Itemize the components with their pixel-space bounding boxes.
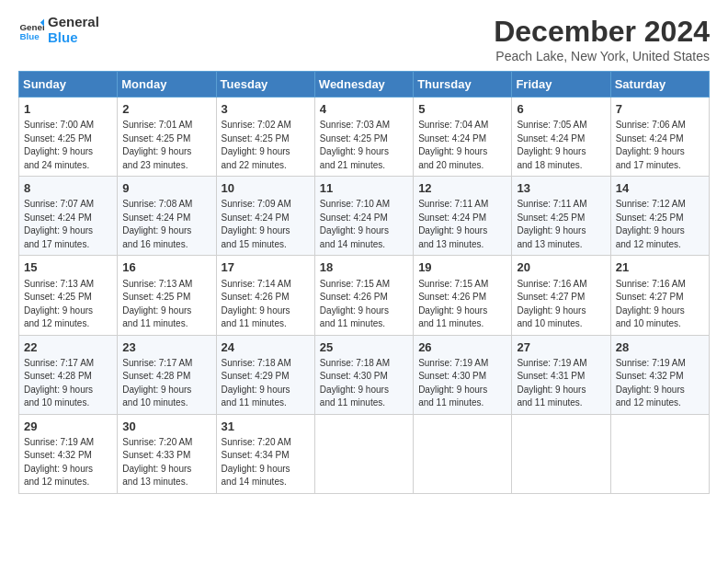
day-info: Sunrise: 7:19 AMSunset: 4:32 PMDaylight:…: [24, 436, 112, 489]
cell-4-7: 28Sunrise: 7:19 AMSunset: 4:32 PMDayligh…: [610, 335, 709, 414]
day-number: 18: [320, 259, 408, 276]
cell-2-7: 14Sunrise: 7:12 AMSunset: 4:25 PMDayligh…: [610, 177, 709, 256]
cell-4-3: 24Sunrise: 7:18 AMSunset: 4:29 PMDayligh…: [216, 335, 314, 414]
cell-5-6: [512, 414, 610, 493]
logo-icon: General Blue: [18, 17, 44, 43]
day-info: Sunrise: 7:16 AMSunset: 4:27 PMDaylight:…: [616, 278, 704, 331]
cell-5-5: [414, 414, 512, 493]
day-number: 27: [517, 339, 605, 356]
cell-3-7: 21Sunrise: 7:16 AMSunset: 4:27 PMDayligh…: [610, 256, 709, 335]
day-number: 31: [222, 419, 310, 435]
day-info: Sunrise: 7:18 AMSunset: 4:29 PMDaylight:…: [222, 357, 310, 410]
cell-2-1: 8Sunrise: 7:07 AMSunset: 4:24 PMDaylight…: [19, 177, 118, 256]
day-info: Sunrise: 7:19 AMSunset: 4:31 PMDaylight:…: [517, 357, 605, 410]
day-info: Sunrise: 7:11 AMSunset: 4:24 PMDaylight:…: [418, 198, 506, 251]
cell-5-7: [610, 414, 709, 493]
day-info: Sunrise: 7:17 AMSunset: 4:28 PMDaylight:…: [24, 357, 112, 410]
week-row-2: 8Sunrise: 7:07 AMSunset: 4:24 PMDaylight…: [19, 177, 710, 256]
day-number: 17: [222, 259, 310, 276]
subtitle: Peach Lake, New York, United States: [494, 49, 710, 63]
cell-1-4: 4Sunrise: 7:03 AMSunset: 4:25 PMDaylight…: [314, 98, 413, 177]
day-number: 3: [222, 101, 310, 118]
cell-3-6: 20Sunrise: 7:16 AMSunset: 4:27 PMDayligh…: [512, 256, 610, 335]
day-number: 30: [122, 419, 210, 435]
calendar-body: 1Sunrise: 7:00 AMSunset: 4:25 PMDaylight…: [19, 98, 710, 494]
day-number: 1: [24, 101, 112, 118]
cell-4-6: 27Sunrise: 7:19 AMSunset: 4:31 PMDayligh…: [512, 335, 610, 414]
week-row-1: 1Sunrise: 7:00 AMSunset: 4:25 PMDaylight…: [19, 98, 710, 177]
cell-3-1: 15Sunrise: 7:13 AMSunset: 4:25 PMDayligh…: [19, 256, 118, 335]
day-number: 7: [616, 101, 704, 118]
day-info: Sunrise: 7:10 AMSunset: 4:24 PMDaylight:…: [320, 198, 408, 251]
cell-4-1: 22Sunrise: 7:17 AMSunset: 4:28 PMDayligh…: [19, 335, 118, 414]
col-header-wednesday: Wednesday: [314, 72, 413, 98]
day-info: Sunrise: 7:14 AMSunset: 4:26 PMDaylight:…: [222, 278, 310, 331]
title-area: December 2024 Peach Lake, New York, Unit…: [494, 15, 710, 63]
svg-text:Blue: Blue: [19, 30, 40, 40]
week-row-5: 29Sunrise: 7:19 AMSunset: 4:32 PMDayligh…: [19, 414, 710, 493]
week-row-3: 15Sunrise: 7:13 AMSunset: 4:25 PMDayligh…: [19, 256, 710, 335]
cell-3-5: 19Sunrise: 7:15 AMSunset: 4:26 PMDayligh…: [414, 256, 512, 335]
cell-1-2: 2Sunrise: 7:01 AMSunset: 4:25 PMDaylight…: [118, 98, 216, 177]
day-number: 10: [222, 180, 310, 197]
day-info: Sunrise: 7:15 AMSunset: 4:26 PMDaylight:…: [418, 278, 506, 331]
day-number: 9: [122, 180, 210, 197]
day-info: Sunrise: 7:16 AMSunset: 4:27 PMDaylight:…: [517, 278, 605, 331]
col-header-thursday: Thursday: [414, 72, 512, 98]
logo: General Blue General Blue: [18, 15, 99, 45]
day-info: Sunrise: 7:15 AMSunset: 4:26 PMDaylight:…: [320, 278, 408, 331]
day-info: Sunrise: 7:19 AMSunset: 4:32 PMDaylight:…: [616, 357, 704, 410]
col-header-friday: Friday: [512, 72, 610, 98]
cell-2-5: 12Sunrise: 7:11 AMSunset: 4:24 PMDayligh…: [414, 177, 512, 256]
cell-5-3: 31Sunrise: 7:20 AMSunset: 4:34 PMDayligh…: [216, 414, 314, 493]
cell-4-4: 25Sunrise: 7:18 AMSunset: 4:30 PMDayligh…: [314, 335, 413, 414]
day-number: 19: [418, 259, 506, 276]
cell-1-1: 1Sunrise: 7:00 AMSunset: 4:25 PMDaylight…: [19, 98, 118, 177]
day-number: 6: [517, 101, 605, 118]
day-info: Sunrise: 7:20 AMSunset: 4:34 PMDaylight:…: [222, 436, 310, 489]
cell-2-6: 13Sunrise: 7:11 AMSunset: 4:25 PMDayligh…: [512, 177, 610, 256]
cell-2-4: 11Sunrise: 7:10 AMSunset: 4:24 PMDayligh…: [314, 177, 413, 256]
day-number: 15: [24, 259, 112, 276]
logo-blue: Blue: [48, 30, 99, 46]
day-number: 2: [122, 101, 210, 118]
cell-1-6: 6Sunrise: 7:05 AMSunset: 4:24 PMDaylight…: [512, 98, 610, 177]
day-info: Sunrise: 7:08 AMSunset: 4:24 PMDaylight:…: [122, 198, 210, 251]
day-number: 22: [24, 339, 112, 356]
cell-4-5: 26Sunrise: 7:19 AMSunset: 4:30 PMDayligh…: [414, 335, 512, 414]
cell-3-2: 16Sunrise: 7:13 AMSunset: 4:25 PMDayligh…: [118, 256, 216, 335]
day-info: Sunrise: 7:03 AMSunset: 4:25 PMDaylight:…: [320, 119, 408, 172]
cell-2-3: 10Sunrise: 7:09 AMSunset: 4:24 PMDayligh…: [216, 177, 314, 256]
day-number: 13: [517, 180, 605, 197]
day-info: Sunrise: 7:19 AMSunset: 4:30 PMDaylight:…: [418, 357, 506, 410]
logo-general: General: [48, 15, 99, 30]
day-info: Sunrise: 7:17 AMSunset: 4:28 PMDaylight:…: [122, 357, 210, 410]
week-row-4: 22Sunrise: 7:17 AMSunset: 4:28 PMDayligh…: [19, 335, 710, 414]
day-info: Sunrise: 7:09 AMSunset: 4:24 PMDaylight:…: [222, 198, 310, 251]
day-number: 21: [616, 259, 704, 276]
day-number: 12: [418, 180, 506, 197]
day-number: 23: [122, 339, 210, 356]
day-info: Sunrise: 7:11 AMSunset: 4:25 PMDaylight:…: [517, 198, 605, 251]
cell-5-4: [314, 414, 413, 493]
day-info: Sunrise: 7:13 AMSunset: 4:25 PMDaylight:…: [122, 278, 210, 331]
cell-2-2: 9Sunrise: 7:08 AMSunset: 4:24 PMDaylight…: [118, 177, 216, 256]
day-info: Sunrise: 7:01 AMSunset: 4:25 PMDaylight:…: [122, 119, 210, 172]
cell-3-3: 17Sunrise: 7:14 AMSunset: 4:26 PMDayligh…: [216, 256, 314, 335]
day-info: Sunrise: 7:06 AMSunset: 4:24 PMDaylight:…: [616, 119, 704, 172]
day-number: 28: [616, 339, 704, 356]
col-header-saturday: Saturday: [610, 72, 709, 98]
main-title: December 2024: [494, 15, 710, 49]
cell-1-3: 3Sunrise: 7:02 AMSunset: 4:25 PMDaylight…: [216, 98, 314, 177]
header: General Blue General Blue December 2024 …: [18, 15, 710, 63]
col-header-monday: Monday: [118, 72, 216, 98]
col-header-sunday: Sunday: [19, 72, 118, 98]
day-number: 4: [320, 101, 408, 118]
day-info: Sunrise: 7:04 AMSunset: 4:24 PMDaylight:…: [418, 119, 506, 172]
day-info: Sunrise: 7:02 AMSunset: 4:25 PMDaylight:…: [222, 119, 310, 172]
day-number: 5: [418, 101, 506, 118]
day-info: Sunrise: 7:18 AMSunset: 4:30 PMDaylight:…: [320, 357, 408, 410]
cell-5-2: 30Sunrise: 7:20 AMSunset: 4:33 PMDayligh…: [118, 414, 216, 493]
day-info: Sunrise: 7:13 AMSunset: 4:25 PMDaylight:…: [24, 278, 112, 331]
day-number: 25: [320, 339, 408, 356]
